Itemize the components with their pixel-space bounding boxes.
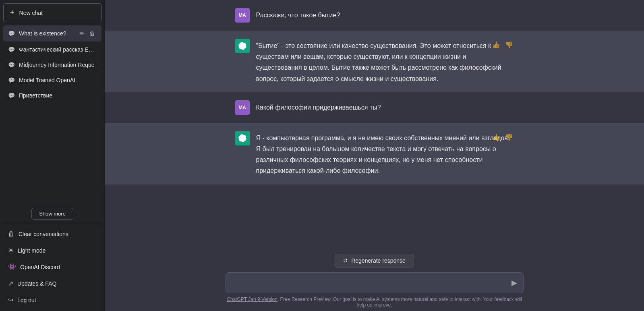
ai-avatar <box>235 39 250 53</box>
clear-label: Clear conversations <box>19 231 68 237</box>
faq-icon: ↗ <box>8 280 13 287</box>
sidebar-item-logout[interactable]: ↪ Log out <box>3 292 101 308</box>
message-row-msg-2: "Бытие" - это состояние или качество сущ… <box>105 31 644 92</box>
conversation-list: 💬 What is existence? ✏ 🗑 💬 Фантастически… <box>3 25 101 205</box>
thumbs-up-button[interactable]: 👍 <box>491 133 501 142</box>
light-label: Light mode <box>18 247 46 254</box>
sidebar-bottom: 🗑 Clear conversations ☀ Light mode 👾 Ope… <box>3 223 101 308</box>
conversation-item[interactable]: 💬 Model Trained OpenAI. <box>3 73 101 87</box>
main-chat: MA Расскажи, что такое бытие? "Бытие" - … <box>105 0 644 311</box>
message-row-msg-1: MA Расскажи, что такое бытие? <box>105 0 644 31</box>
conversation-item[interactable]: 💬 Приветствие <box>3 88 101 103</box>
chat-icon: 💬 <box>8 92 15 99</box>
new-chat-label: New chat <box>19 10 43 16</box>
footer-text: ChatGPT Jan 9 Version. Free Research Pre… <box>226 296 524 308</box>
input-wrapper: ▶ <box>226 272 524 293</box>
conversation-item[interactable]: 💬 Midjourney Information Reque <box>3 58 101 72</box>
thumbs-up-button[interactable]: 👍 <box>491 40 501 50</box>
clear-icon: 🗑 <box>8 230 14 238</box>
footer-link[interactable]: ChatGPT Jan 9 Version <box>227 296 277 302</box>
chat-icon: 💬 <box>8 30 15 37</box>
message-text: Я - компьютерная программа, и я не имею … <box>256 131 514 176</box>
new-chat-button[interactable]: + New chat <box>3 3 101 22</box>
conversation-label: Приветствие <box>19 92 97 99</box>
message-inner: Я - компьютерная программа, и я не имею … <box>226 131 524 176</box>
message-text: Расскажи, что такое бытие? <box>256 8 514 21</box>
message-text: "Бытие" - это состояние или качество сущ… <box>256 39 514 84</box>
footer-description: . Free Research Preview. Our goal is to … <box>277 296 522 308</box>
regenerate-label: Regenerate response <box>351 257 406 264</box>
chat-input-area: ↺ Regenerate response ▶ ChatGPT Jan 9 Ve… <box>105 247 644 311</box>
thumbs-down-button[interactable]: 👎 <box>504 133 514 142</box>
user-avatar: MA <box>235 100 250 115</box>
discord-icon: 👾 <box>8 263 16 271</box>
regenerate-button[interactable]: ↺ Regenerate response <box>335 254 414 267</box>
show-more-button[interactable]: Show more <box>31 208 73 220</box>
message-inner: MA Расскажи, что такое бытие? <box>226 8 524 23</box>
regenerate-icon: ↺ <box>343 257 348 264</box>
user-avatar: MA <box>235 8 250 23</box>
conversation-label: Model Trained OpenAI. <box>19 77 97 83</box>
ai-avatar <box>235 131 250 145</box>
sidebar-item-discord[interactable]: 👾 OpenAI Discord <box>3 259 101 275</box>
send-button[interactable]: ▶ <box>510 277 519 289</box>
logout-label: Log out <box>17 297 36 303</box>
conversation-item[interactable]: 💬 What is existence? ✏ 🗑 <box>3 25 101 41</box>
sidebar-item-faq[interactable]: ↗ Updates & FAQ <box>3 276 101 291</box>
chat-icon: 💬 <box>8 46 15 53</box>
conversation-item[interactable]: 💬 Фантастический рассказ Енот <box>3 42 101 57</box>
light-icon: ☀ <box>8 247 14 254</box>
thumbs-down-button[interactable]: 👎 <box>504 40 514 50</box>
message-inner: "Бытие" - это состояние или качество сущ… <box>226 39 524 84</box>
conversation-label: What is existence? <box>19 30 74 37</box>
chat-icon: 💬 <box>8 77 15 83</box>
sidebar-item-light[interactable]: ☀ Light mode <box>3 243 101 258</box>
message-feedback: 👍 👎 <box>491 40 514 50</box>
message-feedback: 👍 👎 <box>491 133 514 142</box>
faq-label: Updates & FAQ <box>17 280 56 287</box>
message-row-msg-4: Я - компьютерная программа, и я не имею … <box>105 123 644 185</box>
user-avatar-label: MA <box>238 105 246 110</box>
plus-icon: + <box>10 8 14 17</box>
chat-messages: MA Расскажи, что такое бытие? "Бытие" - … <box>105 0 644 247</box>
conversation-actions: ✏ 🗑 <box>78 29 97 37</box>
message-text: Какой философии придерживаешься ты? <box>256 100 514 113</box>
sidebar: + New chat 💬 What is existence? ✏ 🗑 💬 Фа… <box>0 0 105 311</box>
chat-input[interactable] <box>226 272 524 293</box>
message-row-msg-3: MA Какой философии придерживаешься ты? <box>105 92 644 123</box>
delete-conversation-button[interactable]: 🗑 <box>88 29 97 37</box>
conversation-label: Midjourney Information Reque <box>19 62 97 68</box>
logout-icon: ↪ <box>8 296 13 304</box>
chat-icon: 💬 <box>8 62 15 68</box>
user-avatar-label: MA <box>238 12 246 18</box>
message-inner: MA Какой философии придерживаешься ты? <box>226 100 524 115</box>
conversation-label: Фантастический рассказ Енот <box>19 46 97 53</box>
sidebar-item-clear[interactable]: 🗑 Clear conversations <box>3 226 101 242</box>
edit-conversation-button[interactable]: ✏ <box>78 29 86 37</box>
discord-label: OpenAI Discord <box>20 264 60 270</box>
